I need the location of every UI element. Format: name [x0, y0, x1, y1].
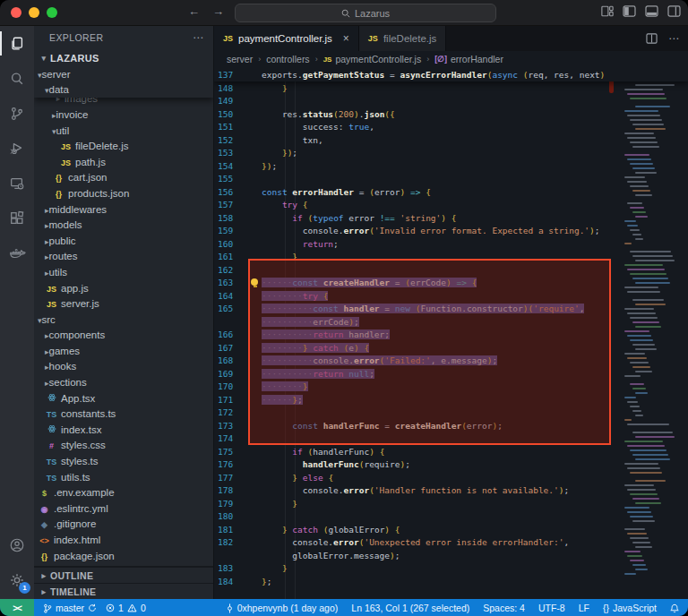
line-number[interactable]: 177	[214, 473, 262, 483]
tree-item-filedelete-js[interactable]: JSfileDelete.js	[34, 138, 213, 154]
line-number[interactable]: 175	[214, 447, 262, 457]
code-line-150[interactable]: 150 res.status(200).json({	[214, 107, 688, 121]
tree-item-constants-ts[interactable]: TSconstants.ts	[34, 406, 213, 422]
account-icon[interactable]	[0, 527, 34, 562]
line-number[interactable]: 151	[214, 122, 262, 132]
line-number[interactable]: 157	[214, 200, 262, 210]
tree-item-components[interactable]: ▸components	[34, 328, 213, 344]
code-line-163[interactable]: 163······const createHandler = (errCode)…	[214, 277, 688, 290]
code-line-149[interactable]: 149	[214, 95, 688, 108]
tree-item-data[interactable]: ▾data	[34, 82, 213, 98]
tree-item-index-tsx[interactable]: index.tsx	[34, 422, 213, 438]
line-number[interactable]: 178	[214, 485, 262, 495]
line-number[interactable]: 180	[214, 511, 262, 521]
forward-arrow-icon[interactable]: →	[212, 4, 224, 18]
breadcrumb[interactable]: server › controllers › JS paymentControl…	[214, 51, 688, 67]
line-number[interactable]: 158	[214, 213, 262, 223]
line-number[interactable]: 156	[214, 187, 262, 197]
cursor-position[interactable]: Ln 163, Col 1 (267 selected)	[351, 603, 469, 613]
back-arrow-icon[interactable]: ←	[188, 4, 200, 18]
line-number[interactable]: 159	[214, 226, 262, 235]
tree-item-styles-ts[interactable]: TSstyles.ts	[34, 453, 213, 469]
notifications-bell-icon[interactable]	[670, 603, 679, 613]
code-line-175[interactable]: 175 if (handlerFunc) {	[214, 445, 688, 458]
code-line-156[interactable]: 156const errorHandler = (error) => {	[214, 185, 688, 199]
tree-item-products-json[interactable]: {}products.json	[34, 185, 213, 201]
code-line-162[interactable]: 162	[214, 263, 688, 277]
line-number[interactable]: 155	[214, 174, 262, 184]
code-line-182[interactable]: 182 console.error('Unexpected error insi…	[214, 536, 688, 550]
line-number[interactable]: 181	[214, 525, 262, 535]
tree-item-public[interactable]: ▸public	[34, 233, 213, 249]
line-number[interactable]: 150	[214, 109, 262, 119]
line-number[interactable]: 162	[214, 265, 262, 275]
tree-item-app-tsx[interactable]: App.tsx	[34, 390, 213, 406]
code-line-151[interactable]: 151 success: true,	[214, 121, 688, 134]
tree-item-app-js[interactable]: JSapp.js	[34, 280, 213, 296]
code-line-180[interactable]: 180	[214, 510, 688, 524]
tree-item-models[interactable]: ▸models	[34, 217, 213, 233]
code-line-155[interactable]: 155	[214, 173, 688, 186]
tree-item-games[interactable]: ▸games	[34, 343, 213, 359]
line-number[interactable]: 167	[214, 343, 262, 353]
outline-section[interactable]: ▸ OUTLINE	[34, 567, 213, 583]
toggle-panel-icon[interactable]	[645, 5, 658, 17]
zoom-window-button[interactable]	[47, 7, 57, 18]
breadcrumb-file[interactable]: paymentController.js	[335, 54, 421, 64]
line-number[interactable]: 170	[214, 381, 262, 391]
toggle-primary-sidebar-icon[interactable]	[623, 5, 636, 17]
explorer-icon[interactable]	[0, 26, 34, 61]
tree-item-styles-css[interactable]: #styles.css	[34, 438, 213, 454]
code-line-183[interactable]: 183 }	[214, 562, 688, 576]
code-line-167[interactable]: 167········} catch (e) {	[214, 341, 688, 355]
minimize-window-button[interactable]	[29, 7, 39, 18]
tree-item-invoice[interactable]: ▸invoice	[34, 107, 213, 123]
line-number[interactable]: 183	[214, 563, 262, 573]
tree-item-package-json[interactable]: {}package.json	[34, 548, 213, 564]
code-line-172[interactable]: 172	[214, 406, 688, 420]
line-number[interactable]: 161	[214, 252, 262, 261]
eol-setting[interactable]: LF	[579, 603, 589, 613]
line-number[interactable]: 169	[214, 369, 262, 379]
code-line-154[interactable]: 154});	[214, 159, 688, 173]
source-control-icon[interactable]	[0, 96, 34, 131]
code-editor[interactable]: 137exports.getPaymentStatus = asyncError…	[214, 67, 688, 599]
line-number[interactable]: 179	[214, 499, 262, 509]
code-line-160[interactable]: 160 return;	[214, 237, 688, 251]
tree-item-server[interactable]: ▾server	[34, 66, 213, 82]
tree-item-util[interactable]: ▾util	[34, 123, 213, 139]
line-number[interactable]: 176	[214, 459, 262, 469]
lightbulb-icon[interactable]	[251, 278, 259, 288]
code-lines[interactable]: 148 }149150 res.status(200).json({151 su…	[214, 67, 688, 588]
code-line-161[interactable]: 161 }	[214, 251, 688, 264]
tree-item-middlewares[interactable]: ▸middlewares	[34, 201, 213, 218]
code-line-157[interactable]: 157 try {	[214, 199, 688, 212]
docker-icon[interactable]	[0, 235, 34, 270]
code-line-181[interactable]: 181 } catch (globalError) {	[214, 523, 688, 536]
tree-item-utils[interactable]: ▸utils	[34, 264, 213, 280]
line-number[interactable]: 160	[214, 239, 262, 249]
close-window-button[interactable]	[11, 7, 22, 18]
line-number[interactable]: 153	[214, 148, 262, 158]
search-view-icon[interactable]	[0, 61, 34, 96]
remote-explorer-icon[interactable]	[0, 166, 34, 201]
indentation-setting[interactable]: Spaces: 4	[483, 603, 525, 613]
customize-layout-icon[interactable]	[601, 5, 614, 17]
code-line-169[interactable]: 169··········return null;	[214, 367, 688, 381]
line-number[interactable]: 174	[214, 433, 262, 443]
settings-gear-icon[interactable]: 1	[0, 562, 34, 597]
branch-indicator[interactable]: master	[43, 603, 97, 613]
run-debug-icon[interactable]	[0, 131, 34, 166]
tab-paymentController[interactable]: JS paymentController.js ×	[214, 26, 359, 51]
line-number[interactable]: 149	[214, 96, 262, 106]
language-mode[interactable]: {}JavaScript	[603, 603, 657, 613]
code-line-176[interactable]: 176 handlerFunc(require);	[214, 458, 688, 472]
problems-indicator[interactable]: 1 0	[106, 603, 146, 613]
code-line-178[interactable]: 178 console.error('Handler function is n…	[214, 484, 688, 498]
tree-item-cart-json[interactable]: {}cart.json	[34, 170, 213, 186]
tree-item-routes[interactable]: ▸routes	[34, 249, 213, 265]
code-line-184[interactable]: 184};	[214, 575, 688, 588]
code-line-177[interactable]: 177 } else {	[214, 471, 688, 484]
line-number[interactable]: 164	[214, 291, 262, 301]
code-line-170[interactable]: 170········}	[214, 381, 688, 394]
